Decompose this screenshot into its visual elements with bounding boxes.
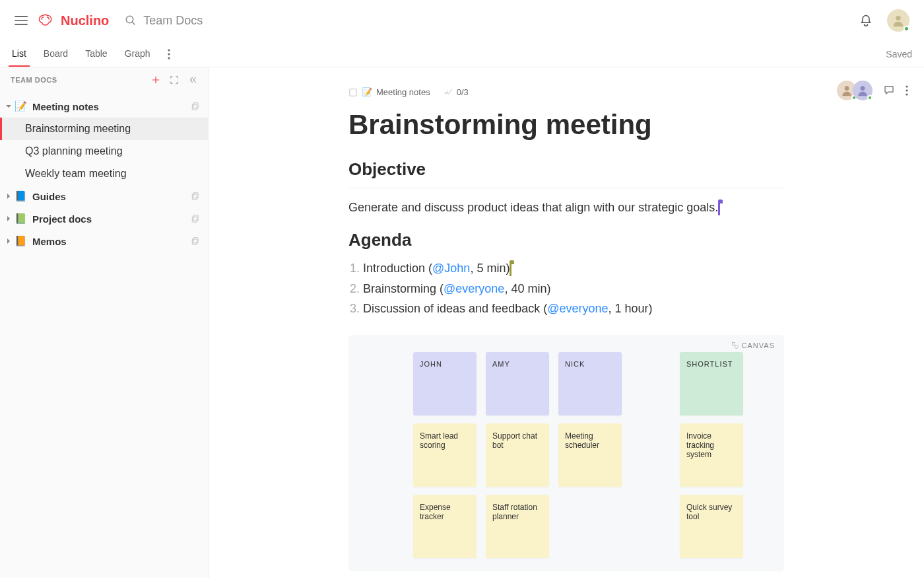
expand-icon[interactable] bbox=[170, 75, 179, 85]
copy-icon[interactable] bbox=[191, 102, 200, 111]
svg-point-1 bbox=[896, 16, 900, 20]
sidebar-item-weekly-meeting[interactable]: Weekly team meeting bbox=[0, 163, 208, 185]
canvas-note[interactable]: Support chat bot bbox=[486, 423, 549, 487]
book-orange-icon: 📙 bbox=[15, 235, 27, 247]
svg-rect-8 bbox=[192, 194, 197, 199]
list-item[interactable]: Brainstorming (@everyone, 40 min) bbox=[363, 279, 784, 299]
sidebar-item-label: Brainstorming meeting bbox=[25, 123, 131, 135]
svg-point-15 bbox=[906, 85, 908, 87]
presence-avatars[interactable] bbox=[841, 81, 873, 100]
collapse-sidebar-icon[interactable] bbox=[188, 75, 197, 85]
canvas-note[interactable]: NICK bbox=[558, 352, 622, 415]
user-avatar[interactable] bbox=[887, 9, 909, 32]
objective-heading[interactable]: Objective bbox=[348, 159, 784, 180]
search-icon bbox=[125, 15, 137, 26]
canvas-note[interactable]: Expense tracker bbox=[413, 495, 477, 558]
sidebar: TEAM DOCS 📝 Meeting notes Brainstorming … bbox=[0, 67, 209, 578]
svg-point-14 bbox=[861, 86, 865, 90]
presence-indicator bbox=[904, 26, 909, 32]
tab-graph[interactable]: Graph bbox=[125, 48, 150, 67]
sidebar-item-meeting-notes[interactable]: 📝 Meeting notes bbox=[0, 95, 208, 118]
svg-point-13 bbox=[845, 86, 849, 90]
svg-rect-11 bbox=[193, 238, 198, 243]
person-icon bbox=[891, 13, 906, 28]
agenda-heading[interactable]: Agenda bbox=[348, 230, 784, 250]
svg-rect-9 bbox=[193, 215, 198, 221]
svg-point-4 bbox=[168, 57, 170, 59]
sidebar-item-label: Meeting notes bbox=[32, 101, 99, 112]
sidebar-item-label: Guides bbox=[32, 191, 66, 202]
book-green-icon: 📗 bbox=[15, 213, 27, 225]
tab-list[interactable]: List bbox=[12, 48, 26, 67]
copy-icon[interactable] bbox=[191, 192, 200, 201]
sidebar-item-project-docs[interactable]: 📗 Project docs bbox=[0, 207, 208, 230]
svg-rect-19 bbox=[732, 342, 735, 345]
checkbox-icon bbox=[348, 88, 358, 97]
mention[interactable]: @John bbox=[432, 262, 470, 275]
chevron-right-icon bbox=[5, 238, 12, 244]
canvas-note[interactable]: Quick survey tool bbox=[680, 495, 743, 558]
sidebar-item-label: Memos bbox=[32, 236, 67, 247]
save-status: Saved bbox=[886, 49, 912, 59]
brand-logo[interactable]: Nuclino bbox=[37, 13, 109, 28]
page-title[interactable]: Brainstorming meeting bbox=[348, 109, 784, 141]
collaborator-cursor bbox=[718, 201, 720, 215]
breadcrumb-label: Meeting notes bbox=[376, 87, 430, 97]
hamburger-menu-icon[interactable] bbox=[15, 15, 28, 26]
breadcrumb[interactable]: 📝 Meeting notes bbox=[348, 87, 430, 97]
brand-name: Nuclino bbox=[61, 13, 109, 28]
pencil-icon: 📝 bbox=[15, 100, 27, 112]
svg-rect-5 bbox=[193, 103, 198, 108]
add-page-icon[interactable] bbox=[151, 75, 160, 85]
svg-point-3 bbox=[168, 53, 170, 55]
mention[interactable]: @everyone bbox=[547, 302, 608, 315]
svg-point-20 bbox=[735, 345, 738, 348]
chevron-right-icon bbox=[5, 193, 12, 199]
svg-point-17 bbox=[906, 93, 908, 95]
sidebar-item-q3-planning[interactable]: Q3 planning meeting bbox=[0, 140, 208, 163]
copy-icon[interactable] bbox=[191, 236, 200, 246]
agenda-list[interactable]: Introduction (@John, 5 min) Brainstormin… bbox=[363, 258, 784, 319]
list-item[interactable]: Introduction (@John, 5 min) bbox=[363, 258, 784, 279]
sidebar-item-memos[interactable]: 📙 Memos bbox=[0, 230, 208, 252]
chevron-right-icon bbox=[5, 215, 12, 222]
notifications-icon[interactable] bbox=[859, 14, 873, 27]
sidebar-item-label: Weekly team meeting bbox=[25, 168, 127, 180]
copy-icon[interactable] bbox=[191, 214, 200, 223]
sidebar-item-label: Project docs bbox=[32, 213, 92, 225]
sidebar-item-brainstorming[interactable]: Brainstorming meeting bbox=[0, 118, 208, 140]
collaborator-cursor bbox=[510, 262, 512, 276]
document-body[interactable]: 📝 Meeting notes 0/3 Brainstorming meetin… bbox=[315, 67, 817, 578]
view-more-icon[interactable] bbox=[168, 49, 170, 59]
comments-icon[interactable] bbox=[883, 85, 895, 96]
svg-rect-6 bbox=[192, 104, 197, 110]
pencil-icon: 📝 bbox=[362, 87, 372, 97]
objective-text[interactable]: Generate and discuss product ideas that … bbox=[348, 199, 784, 217]
double-check-icon bbox=[444, 88, 453, 97]
svg-point-16 bbox=[906, 89, 908, 91]
canvas-note[interactable]: AMY bbox=[486, 352, 549, 415]
checklist-counter[interactable]: 0/3 bbox=[444, 87, 469, 97]
svg-rect-12 bbox=[192, 239, 197, 244]
svg-rect-10 bbox=[192, 217, 197, 222]
search-input[interactable]: Team Docs bbox=[125, 14, 203, 28]
canvas-note[interactable]: Meeting scheduler bbox=[558, 423, 622, 487]
canvas-note[interactable]: Invoice tracking system bbox=[680, 423, 743, 487]
sidebar-title: TEAM DOCS bbox=[11, 76, 142, 84]
canvas-block[interactable]: CANVAS JOHN Smart lead scoring Expense t… bbox=[348, 335, 784, 571]
tab-board[interactable]: Board bbox=[44, 48, 68, 67]
doc-more-icon[interactable] bbox=[906, 85, 908, 96]
mention[interactable]: @everyone bbox=[444, 282, 504, 295]
canvas-note[interactable]: Smart lead scoring bbox=[413, 423, 477, 487]
collaborator-avatar[interactable] bbox=[853, 81, 873, 100]
svg-rect-18 bbox=[350, 89, 357, 96]
list-item[interactable]: Discussion of ideas and feedback (@every… bbox=[363, 299, 784, 319]
canvas-note[interactable]: Staff rotation planner bbox=[486, 495, 549, 558]
canvas-note[interactable]: SHORTLIST bbox=[680, 352, 743, 415]
book-blue-icon: 📘 bbox=[15, 190, 27, 202]
chevron-down-icon bbox=[5, 103, 12, 110]
tab-table[interactable]: Table bbox=[85, 48, 107, 67]
canvas-type-label: CANVAS bbox=[731, 342, 775, 349]
sidebar-item-guides[interactable]: 📘 Guides bbox=[0, 185, 208, 207]
canvas-note[interactable]: JOHN bbox=[413, 352, 477, 415]
